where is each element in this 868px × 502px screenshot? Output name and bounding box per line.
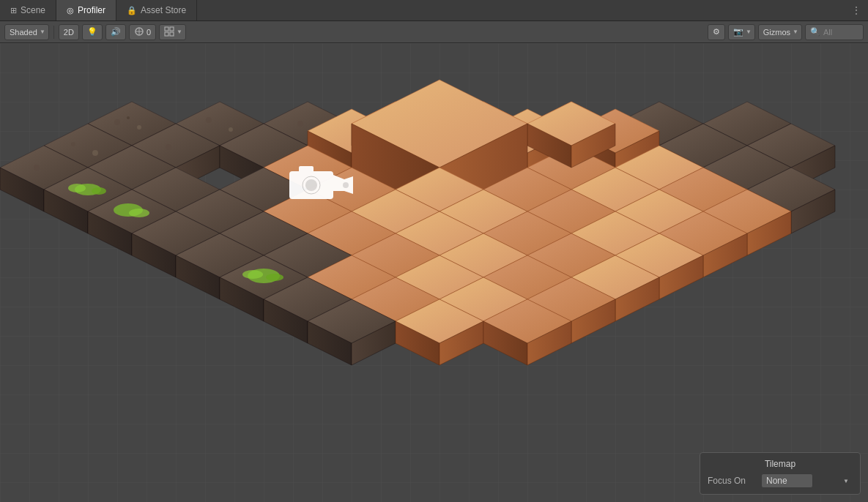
iso-scene-svg	[0, 43, 868, 502]
overlay-panel-title: Tilemap	[708, 459, 853, 469]
audio-button[interactable]: 🔊	[105, 24, 126, 40]
profiler-tab-label: Profiler	[78, 5, 105, 15]
search-icon: 🔍	[810, 27, 820, 37]
toolbar-right: ⚙ 📷 ▼ Gizmos ▼ 🔍 All	[708, 24, 864, 40]
svg-rect-3	[165, 27, 168, 31]
shading-dropdown[interactable]: Shaded ▼	[4, 24, 49, 40]
effects-icon	[134, 26, 144, 38]
settings-button[interactable]: ⚙	[708, 24, 725, 40]
svg-point-138	[129, 209, 149, 217]
svg-point-21	[297, 121, 303, 127]
effects-count: 0	[146, 28, 151, 37]
gizmos-arrow: ▼	[793, 29, 798, 35]
gizmos-label: Gizmos	[763, 28, 790, 37]
svg-rect-6	[170, 32, 174, 36]
svg-point-45	[166, 144, 171, 150]
toolbar: Shaded ▼ 2D 💡 🔊 0	[0, 21, 868, 43]
svg-point-12	[127, 116, 130, 119]
svg-point-204	[266, 274, 283, 281]
svg-point-240	[305, 179, 317, 191]
focus-on-select[interactable]: None Grid Tilemap	[761, 473, 813, 488]
svg-point-11	[137, 125, 141, 130]
camera-icon: 📷	[733, 27, 743, 37]
tab-profiler[interactable]: ◎ Profiler	[56, 0, 116, 20]
svg-point-109	[92, 187, 106, 195]
grid-button[interactable]: ▼	[159, 24, 186, 40]
audio-icon: 🔊	[111, 27, 121, 37]
focus-on-row: Focus On None Grid Tilemap	[708, 473, 853, 488]
lights-button[interactable]: 💡	[82, 24, 103, 40]
svg-point-70	[34, 165, 40, 171]
svg-rect-5	[165, 32, 168, 36]
svg-point-203	[242, 270, 263, 279]
camera-dropdown[interactable]: 📷 ▼	[728, 24, 755, 40]
separator-1	[53, 26, 54, 39]
settings-icon: ⚙	[713, 27, 720, 37]
tab-bar: ⊞ Scene ◎ Profiler 🔒 Asset Store ⋮	[0, 0, 868, 21]
tab-asset-store[interactable]: 🔒 Asset Store	[116, 0, 197, 20]
focus-select-wrap[interactable]: None Grid Tilemap	[761, 473, 853, 488]
profiler-tab-icon: ◎	[67, 6, 74, 15]
search-placeholder: All	[823, 28, 832, 37]
lights-icon: 💡	[87, 27, 97, 37]
shading-arrow: ▼	[40, 29, 45, 35]
scene-tab-icon: ⊞	[10, 6, 17, 15]
effects-button[interactable]: 0	[129, 24, 156, 40]
2d-button[interactable]: 2D	[59, 24, 79, 40]
svg-point-108	[68, 184, 86, 192]
gizmos-dropdown[interactable]: Gizmos ▼	[758, 24, 802, 40]
asset-store-tab-icon: 🔒	[127, 6, 137, 15]
svg-point-16	[206, 117, 212, 123]
viewport: Tilemap Focus On None Grid Tilemap	[0, 43, 868, 502]
2d-label: 2D	[64, 28, 74, 37]
shading-label: Shaded	[10, 28, 37, 37]
svg-rect-4	[170, 27, 174, 31]
asset-store-tab-label: Asset Store	[141, 5, 186, 15]
svg-point-10	[114, 119, 120, 125]
tilemap-overlay-panel: Tilemap Focus On None Grid Tilemap	[700, 452, 861, 495]
focus-on-label: Focus On	[708, 476, 755, 486]
svg-point-41	[92, 150, 98, 156]
svg-point-244	[343, 182, 349, 188]
grid-icon	[164, 26, 174, 38]
tab-more-button[interactable]: ⋮	[845, 0, 868, 20]
more-icon: ⋮	[852, 5, 861, 15]
tab-scene[interactable]: ⊞ Scene	[0, 0, 56, 20]
scene-canvas	[0, 43, 868, 502]
svg-point-17	[229, 127, 233, 132]
svg-rect-241	[299, 166, 314, 173]
search-bar[interactable]: 🔍 All	[805, 24, 864, 40]
grid-arrow: ▼	[177, 29, 182, 35]
svg-point-40	[71, 142, 75, 146]
scene-tab-label: Scene	[21, 5, 45, 15]
camera-arrow: ▼	[746, 29, 752, 35]
